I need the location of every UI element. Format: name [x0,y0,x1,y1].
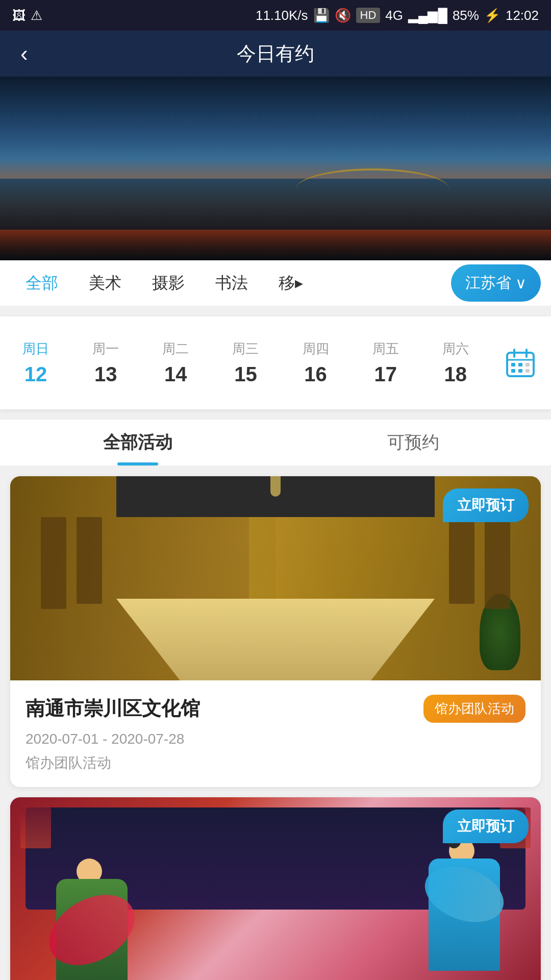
door-1 [41,517,66,609]
time-display: 12:02 [506,8,539,23]
side-decoration-left [20,807,51,848]
card-image-container-2: 立即预订 [10,797,541,980]
day-number-1: 13 [94,363,117,386]
day-number-2: 14 [164,363,187,386]
dancer-left [51,848,133,980]
day-label-6: 周六 [442,340,469,358]
day-number-6: 18 [444,363,467,386]
hero-banner [0,77,551,260]
charging-icon: ⚡ [484,8,500,23]
back-button[interactable]: ‹ [20,41,28,66]
mute-icon: 🔇 [335,8,351,23]
day-item-1[interactable]: 周一 13 [80,332,131,394]
province-label: 江苏省 [465,273,511,293]
category-tab-calligraphy[interactable]: 书法 [200,260,263,306]
card-tag-1: 馆办团队活动 [26,753,525,773]
category-bar: 全部 美术 摄影 书法 移▸ 江苏省 ∨ [0,260,551,306]
door-4 [449,517,474,604]
image-icon: 🖼 [12,8,26,23]
battery-indicator: 85% [453,8,479,23]
day-number-4: 16 [304,363,327,386]
status-bar: 🖼 ⚠ 11.10K/s 💾 🔇 HD 4G ▂▄▆█ 85% ⚡ 12:02 [0,0,551,31]
day-label-3: 周三 [232,340,259,358]
chevron-down-icon: ∨ [515,274,527,292]
day-item-4[interactable]: 周四 16 [290,332,341,394]
storage-icon: 💾 [313,8,330,23]
card-date-1: 2020-07-01 - 2020-07-28 [26,731,525,747]
card-title-1: 南通市崇川区文化馆 [26,696,200,722]
status-right: 11.10K/s 💾 🔇 HD 4G ▂▄▆█ 85% ⚡ 12:02 [256,8,539,23]
activity-tabs: 全部活动 可预约 [0,420,551,466]
tab-bookable[interactable]: 可预约 [276,420,551,465]
day-number-0: 12 [24,363,47,386]
day-item-5[interactable]: 周五 17 [360,332,411,394]
day-item-0[interactable]: 周日 12 [10,332,61,394]
dancer-right [418,838,510,980]
svg-rect-6 [525,363,530,366]
day-label-1: 周一 [92,340,119,358]
category-tab-photo[interactable]: 摄影 [137,260,200,306]
svg-rect-8 [518,369,522,373]
category-tab-all[interactable]: 全部 [10,260,73,306]
warning-icon: ⚠ [31,8,42,23]
activity-card-1[interactable]: 立即预订 南通市崇川区文化馆 馆办团队活动 2020-07-01 - 2020-… [10,476,541,787]
signal-icon: ▂▄▆█ [408,8,447,23]
ceiling-light [270,476,281,497]
svg-rect-9 [525,369,530,373]
card-type-badge-1: 馆办团队活动 [423,695,525,723]
door-3 [485,517,510,609]
card-image-container-1: 立即预订 [10,476,541,680]
book-badge-2[interactable]: 立即预订 [443,810,529,843]
card-title-row-1: 南通市崇川区文化馆 馆办团队活动 [26,695,525,723]
calendar-strip: 周日 12 周一 13 周二 14 周三 15 周四 16 周五 17 周六 1… [0,316,551,409]
page-header: ‹ 今日有约 [0,31,551,77]
day-item-6[interactable]: 周六 18 [430,332,481,394]
day-label-4: 周四 [303,340,329,358]
page-title: 今日有约 [237,41,314,67]
day-item-3[interactable]: 周三 15 [220,332,271,394]
svg-rect-7 [511,369,515,373]
day-number-5: 17 [374,363,397,386]
category-tabs: 全部 美术 摄影 书法 移▸ [10,260,446,306]
card-info-1: 南通市崇川区文化馆 馆办团队活动 2020-07-01 - 2020-07-28… [10,680,541,787]
tab-all-label: 全部活动 [103,431,172,454]
network-icon: 4G [385,8,403,23]
category-tab-more[interactable]: 移▸ [263,260,318,306]
activity-card-2[interactable]: 立即预订 [10,797,541,980]
speed-indicator: 11.10K/s [256,8,308,23]
book-badge-1[interactable]: 立即预订 [443,488,529,522]
tab-bookable-label: 可预约 [387,431,439,454]
day-number-3: 15 [234,363,257,386]
day-item-2[interactable]: 周二 14 [150,332,201,394]
category-tab-art[interactable]: 美术 [73,260,137,306]
hero-overlay [0,158,551,260]
door-2 [77,517,102,604]
tab-all-activities[interactable]: 全部活动 [0,420,276,465]
province-selector-button[interactable]: 江苏省 ∨ [451,264,541,302]
status-left: 🖼 ⚠ [12,8,42,23]
activity-list: 立即预订 南通市崇川区文化馆 馆办团队活动 2020-07-01 - 2020-… [0,466,551,980]
day-label-5: 周五 [372,340,399,358]
svg-rect-5 [518,363,522,366]
hd-badge: HD [356,8,381,23]
calendar-picker-icon[interactable] [500,342,541,383]
day-label-0: 周日 [22,340,49,358]
svg-rect-4 [511,363,515,366]
day-label-2: 周二 [162,340,189,358]
